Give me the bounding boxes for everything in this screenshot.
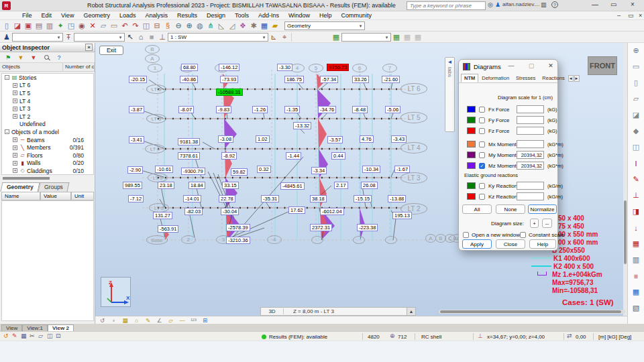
expand-icon[interactable]: + — [13, 114, 17, 119]
user-icon[interactable]: ♟ — [495, 1, 500, 8]
help-button[interactable]: Help — [529, 239, 556, 249]
mz-moment-checkbox[interactable]: ✓ — [479, 163, 485, 169]
find-doc-icon[interactable]: ◳ — [66, 21, 76, 31]
menu-item-analysis[interactable]: Analysis — [140, 12, 172, 19]
my-moment-checkbox[interactable] — [479, 152, 485, 158]
undo-icon[interactable]: ↶ — [119, 21, 130, 31]
snap-node-icon[interactable]: ⋔ — [205, 21, 216, 31]
copy-icon[interactable]: ▱ — [98, 21, 109, 31]
bar-icon[interactable]: ▭ — [631, 62, 642, 72]
lock-icon[interactable]: § — [162, 21, 173, 31]
expand-icon[interactable]: + — [13, 161, 17, 166]
status-window-icon[interactable]: ◫ — [47, 333, 53, 339]
dialog-tab-ntm[interactable]: NTM — [461, 74, 478, 82]
cart-icon[interactable]: ▥ — [541, 1, 547, 8]
floors-list-icon[interactable]: ▥ — [631, 255, 642, 265]
collapse-icon[interactable]: - — [5, 75, 9, 80]
fy-force-input[interactable] — [517, 116, 544, 124]
tree-item-lt-5[interactable]: +LT 5 — [2, 89, 93, 97]
world-icon[interactable]: ◍ — [195, 21, 205, 31]
kz-reaction-input[interactable] — [517, 192, 544, 200]
material-icon[interactable]: ✎ — [631, 174, 642, 184]
expand-icon[interactable]: + — [13, 137, 17, 142]
print-icon[interactable]: ▤ — [34, 21, 44, 31]
volume-icon[interactable]: ◆ — [631, 126, 642, 136]
constant-scale-checkbox[interactable] — [520, 232, 526, 238]
tree-item-stories[interactable]: -▤Stories — [2, 74, 93, 82]
fz-force-input[interactable] — [517, 127, 544, 135]
menu-item-results[interactable]: Results — [172, 12, 202, 19]
inspector-help-icon[interactable]: ? — [54, 52, 64, 62]
keyword-search-input[interactable]: Type a keyword or phrase — [407, 1, 486, 10]
level-up-button[interactable]: ▲ — [407, 308, 415, 315]
section-icon[interactable]: I — [631, 158, 642, 168]
expand-icon[interactable]: + — [13, 107, 17, 111]
status-grid-icon[interactable]: ▦ — [21, 333, 27, 339]
dialog-tab-stresses[interactable]: Stresses — [513, 74, 539, 82]
dialog-close-button[interactable]: ✕ — [547, 62, 555, 69]
mx-moment-input[interactable] — [517, 140, 544, 148]
inspector-search-icon[interactable] — [41, 52, 52, 62]
filter-off-icon[interactable]: ▼ — [28, 52, 39, 62]
status-window2-icon[interactable]: ⊡ — [56, 333, 61, 339]
menu-item-community[interactable]: Community — [337, 12, 377, 19]
redo-icon[interactable]: ↷ — [130, 21, 141, 31]
objects-column-header[interactable]: Objects — [0, 63, 63, 71]
calculator-icon[interactable]: ▦ — [631, 287, 642, 297]
units-indicator[interactable]: [m] [kG] [Deg] — [598, 334, 631, 340]
bar-load-icon[interactable]: ▦ — [631, 239, 642, 249]
menu-item-edit[interactable]: Edit — [37, 12, 57, 19]
view-mode[interactable]: 3D — [261, 308, 284, 314]
tables-icon[interactable]: ▦ — [259, 21, 270, 31]
exit-button[interactable]: Exit — [99, 46, 123, 55]
fx-force-input[interactable] — [517, 105, 544, 113]
view-tab-2[interactable]: View 2 — [48, 324, 74, 331]
buildings-gray2-icon[interactable]: ▦ — [413, 32, 423, 42]
expand-icon[interactable]: + — [13, 168, 17, 173]
kz-reaction-checkbox[interactable] — [479, 194, 485, 200]
tree-item-lt-3[interactable]: +LT 3 — [2, 105, 93, 113]
object-icon[interactable]: ◫ — [631, 142, 642, 152]
tab-geometry[interactable]: Geometry — [1, 182, 40, 192]
levels-icon[interactable]: ≡ — [631, 271, 642, 281]
tree-item-lt-2[interactable]: +LT 2 — [2, 113, 93, 121]
tree-item-objects-of-a-model[interactable]: -Objects of a model — [2, 128, 93, 136]
export-icon[interactable]: ✦ — [55, 21, 66, 31]
mz-moment-input[interactable]: 20394,32 — [517, 162, 544, 170]
menu-item-design[interactable]: Design — [202, 12, 230, 19]
car-icon[interactable]: ▰ — [270, 21, 280, 31]
measure2-icon[interactable]: ◿ — [227, 21, 237, 31]
column-icon[interactable]: ▯ — [631, 78, 642, 88]
snap-grid-icon[interactable]: ▦ — [121, 316, 129, 324]
snap-house-icon[interactable]: ⌂ — [132, 316, 141, 324]
building2-icon[interactable]: ▦ — [391, 32, 402, 42]
zoom-out-icon[interactable]: ⊖ — [173, 21, 184, 31]
filter-icon[interactable]: ▼ — [15, 52, 26, 62]
ky-reaction-checkbox[interactable] — [479, 183, 485, 189]
menu-item-loads[interactable]: Loads — [115, 12, 141, 19]
snap-pencil-icon[interactable]: ✎ — [144, 316, 152, 324]
select-person-icon[interactable]: ♟ — [1, 32, 12, 42]
status-copy-icon[interactable]: ▱ — [38, 333, 43, 339]
axis-def-icon[interactable]: ⊕ — [631, 46, 642, 56]
collapse-icon[interactable]: - — [5, 129, 9, 134]
fy-force-checkbox[interactable] — [479, 117, 485, 123]
status-cut-icon[interactable]: ✂ — [30, 333, 35, 339]
mdi-minimize-button[interactable]: – — [617, 12, 621, 19]
expand-icon[interactable]: + — [13, 83, 17, 88]
bar-selection-combo[interactable]: ▾ — [74, 33, 125, 42]
close-button[interactable]: Close — [496, 239, 525, 249]
story-selector[interactable]: ▾ — [341, 33, 391, 42]
maximize-button[interactable]: ▭ — [610, 1, 616, 8]
menu-item-help[interactable]: Help — [315, 12, 337, 19]
fx-force-checkbox[interactable] — [479, 107, 485, 113]
fz-force-checkbox[interactable] — [479, 128, 485, 134]
scrollbar-thumb[interactable] — [624, 200, 627, 264]
menu-item-file[interactable]: File — [17, 12, 37, 19]
window-layout-icon[interactable]: ◫ — [141, 21, 152, 31]
tree-item-lt-6[interactable]: +LT 6 — [2, 82, 93, 90]
preferences-icon[interactable]: ✱ — [248, 21, 259, 31]
layout-selector[interactable]: Geometry▾ — [284, 21, 365, 30]
load-case-selector[interactable]: 1 : SW▾ — [168, 33, 268, 42]
dialog-maximize-button[interactable]: ▢ — [527, 62, 535, 69]
